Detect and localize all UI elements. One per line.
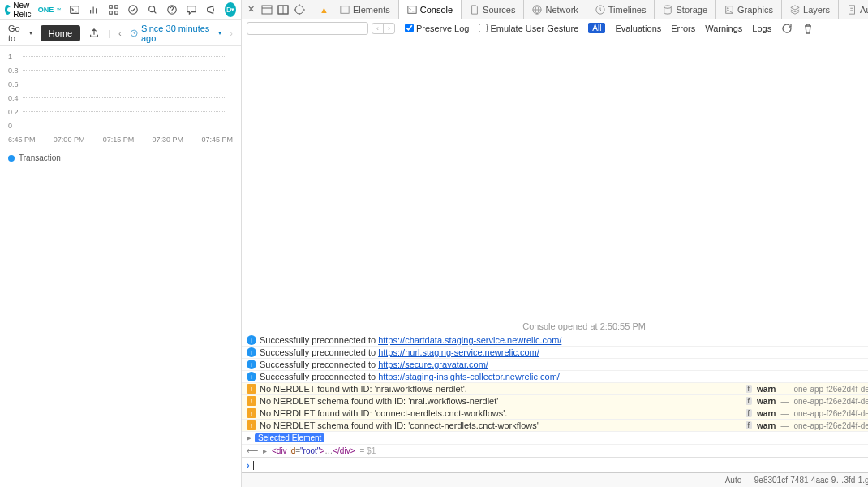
- time-prev-icon[interactable]: ‹: [118, 28, 122, 38]
- svg-point-21: [727, 7, 728, 9]
- filter-nav[interactable]: ‹›: [372, 23, 395, 34]
- log-row[interactable]: !No NERDLET found with ID: 'nrai.workflo…: [242, 383, 868, 395]
- chart-series-line: [31, 127, 47, 127]
- svg-rect-15: [341, 6, 349, 13]
- log-row[interactable]: iSuccessfully preconnected to https://hu…: [242, 347, 868, 359]
- svg-rect-1: [110, 6, 113, 9]
- selected-element-row[interactable]: ▸ Selected Element: [242, 432, 868, 445]
- tab-layers[interactable]: Layers: [782, 0, 839, 19]
- tab-network[interactable]: Network: [524, 0, 587, 19]
- console-filter-input[interactable]: [247, 22, 368, 35]
- info-icon: i: [247, 347, 256, 357]
- help-icon[interactable]: [166, 4, 178, 15]
- warning-icon: !: [247, 420, 256, 430]
- log-row[interactable]: !No NERDLET schema found with ID: 'conne…: [242, 420, 868, 432]
- chart-icon[interactable]: [88, 4, 100, 15]
- svg-rect-2: [115, 6, 118, 9]
- log-link[interactable]: https://hurl.staging-service.newrelic.co…: [378, 347, 539, 357]
- console-prompt[interactable]: ›: [242, 457, 868, 472]
- goto-dropdown[interactable]: Go to▾: [8, 24, 32, 43]
- svg-point-6: [149, 6, 155, 12]
- devtools-tabs: ✕ ▲ Elements Console Sources Network Tim…: [242, 0, 868, 19]
- dock-bottom-icon[interactable]: [277, 4, 289, 15]
- svg-rect-9: [262, 6, 272, 14]
- svg-point-19: [664, 5, 672, 7]
- tab-storage[interactable]: Storage: [655, 0, 716, 19]
- filter-all[interactable]: All: [588, 23, 605, 33]
- svg-point-14: [295, 6, 303, 14]
- tab-audit[interactable]: Audit: [839, 0, 868, 19]
- error-indicator-icon[interactable]: ▲: [320, 5, 329, 15]
- info-icon: i: [247, 360, 256, 369]
- chart-panel: 1 0.8 0.6 0.4 0.2 0 6:45 PM 07:00 PM 07:…: [0, 46, 241, 487]
- log-row[interactable]: iSuccessfully preconnected to https://se…: [242, 359, 868, 371]
- log-row[interactable]: !No NERDLET schema found with ID: 'nrai.…: [242, 395, 868, 407]
- svg-rect-16: [408, 6, 416, 13]
- svg-rect-22: [849, 5, 855, 13]
- tab-elements[interactable]: Elements: [332, 0, 399, 19]
- f-badge: f: [746, 409, 753, 417]
- log-row[interactable]: iSuccessfully preconnected to https://st…: [242, 371, 868, 383]
- f-badge: f: [746, 385, 753, 393]
- check-icon[interactable]: [127, 4, 139, 15]
- newrelic-toolbar: Go to▾ Home | ‹ Since 30 minutes ago ▾ ›: [0, 20, 241, 46]
- console-body: Console opened at 2:50:55 PM iSuccessful…: [242, 37, 868, 472]
- dock-side-icon[interactable]: [261, 4, 273, 15]
- tab-graphics[interactable]: Graphics: [716, 0, 782, 19]
- newrelic-header: New Relic ONE ™ D▾: [0, 0, 241, 20]
- preserve-log-checkbox[interactable]: Preserve Log: [405, 24, 469, 33]
- log-link[interactable]: https://secure.gravatar.com/: [378, 360, 488, 369]
- announce-icon[interactable]: [205, 4, 217, 15]
- dom-row[interactable]: ⟵▸ <div id="root">…</div> = $1: [242, 445, 868, 457]
- avatar[interactable]: D▾: [225, 2, 236, 17]
- svg-rect-4: [115, 11, 118, 15]
- reload-icon[interactable]: [781, 23, 793, 34]
- logo-icon: [5, 5, 11, 15]
- clear-icon[interactable]: [802, 23, 814, 34]
- warning-icon: !: [247, 384, 256, 394]
- search-icon[interactable]: [147, 4, 158, 15]
- legend-dot-icon: [8, 155, 15, 162]
- filter-evaluations[interactable]: Evaluations: [615, 24, 661, 33]
- f-badge: f: [746, 421, 753, 429]
- console-toolbar: ‹› Preserve Log Emulate User Gesture All…: [242, 19, 868, 37]
- svg-point-5: [129, 6, 138, 15]
- warning-icon: !: [247, 408, 256, 418]
- x-axis: 6:45 PM 07:00 PM 07:15 PM 07:30 PM 07:45…: [8, 134, 233, 150]
- filter-errors[interactable]: Errors: [671, 24, 695, 33]
- status-bar: Auto — 9e8301cf-7481-4aac-9…3fd-1.g0.nr-…: [242, 472, 868, 487]
- time-range-picker[interactable]: Since 30 minutes ago ▾: [130, 24, 222, 43]
- info-icon: i: [247, 372, 256, 381]
- apps-icon[interactable]: [108, 4, 119, 15]
- log-row[interactable]: iSuccessfully preconnected to https://ch…: [242, 334, 868, 347]
- f-badge: f: [746, 397, 753, 405]
- target-icon[interactable]: [294, 4, 305, 15]
- share-icon[interactable]: [88, 28, 100, 39]
- tab-sources[interactable]: Sources: [462, 0, 524, 19]
- time-next-icon[interactable]: ›: [230, 28, 233, 38]
- svg-rect-0: [71, 6, 79, 14]
- log-link[interactable]: https://staging-insights-collector.newre…: [378, 372, 560, 381]
- filter-warnings[interactable]: Warnings: [705, 24, 742, 33]
- close-icon[interactable]: ✕: [245, 4, 256, 15]
- transaction-chart[interactable]: 1 0.8 0.6 0.4 0.2 0: [8, 53, 233, 134]
- tab-console[interactable]: Console: [399, 0, 462, 19]
- log-row[interactable]: !No NERDLET found with ID: 'connect-nerd…: [242, 407, 868, 420]
- brand-text-1: New Relic: [13, 1, 36, 19]
- terminal-icon[interactable]: [69, 4, 80, 15]
- warning-icon: !: [247, 396, 256, 406]
- log-link[interactable]: https://chartdata.staging-service.newrel…: [378, 335, 561, 345]
- chart-legend[interactable]: Transaction: [8, 150, 233, 166]
- tab-timelines[interactable]: Timelines: [587, 0, 655, 19]
- home-button[interactable]: Home: [41, 25, 80, 41]
- newrelic-logo[interactable]: New Relic ONE ™: [5, 1, 61, 19]
- svg-rect-3: [110, 11, 113, 15]
- console-opened-at: Console opened at 2:50:55 PM: [522, 321, 646, 331]
- emulate-gesture-checkbox[interactable]: Emulate User Gesture: [479, 24, 578, 33]
- filter-logs[interactable]: Logs: [752, 24, 771, 33]
- feedback-icon[interactable]: [186, 4, 197, 15]
- brand-text-2: ONE: [38, 6, 54, 14]
- info-icon: i: [247, 335, 256, 345]
